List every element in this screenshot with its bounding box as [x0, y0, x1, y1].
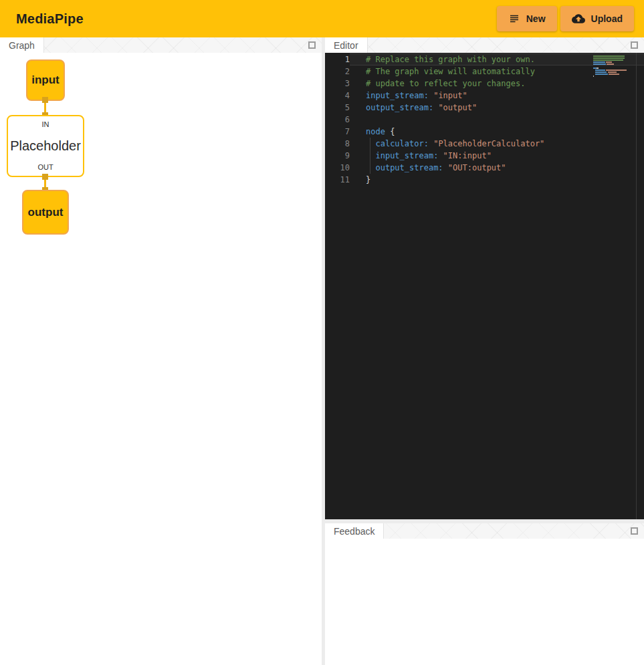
tab-editor-label: Editor — [334, 40, 358, 51]
code-line-text: output_stream: "OUT:output" — [350, 162, 644, 174]
line-number: 8 — [325, 138, 350, 150]
appbar-buttons: New Upload — [497, 6, 634, 31]
line-number: 5 — [325, 102, 350, 114]
code-line-text: calculator: "PlaceholderCalculator" — [350, 138, 644, 150]
graph-node-input-label: input — [31, 74, 60, 87]
graph-panel: Graph input IN Placeholder OUT — [0, 37, 322, 665]
code-line-8[interactable]: 8 calculator: "PlaceholderCalculator" — [325, 138, 644, 150]
code-line-text: node { — [350, 126, 644, 138]
tab-feedback-label: Feedback — [334, 526, 374, 537]
code-line-text: output_stream: "output" — [350, 102, 644, 114]
placeholder-in-port-label: IN — [42, 120, 49, 128]
graph-node-placeholder[interactable]: IN Placeholder OUT — [7, 115, 84, 177]
editor-panel: Editor 1# Replace this graph with your o… — [325, 37, 644, 519]
right-column: Editor 1# Replace this graph with your o… — [325, 37, 644, 665]
code-line-text: } — [350, 174, 644, 186]
graph-node-output-label: output — [28, 206, 64, 219]
code-line-6[interactable]: 6 — [325, 114, 644, 126]
tab-graph-label: Graph — [9, 40, 35, 51]
editor-panel-header: Editor — [325, 37, 644, 53]
app-header: MediaPipe New Upload — [0, 0, 644, 37]
app-title: MediaPipe — [16, 11, 84, 27]
code-line-7[interactable]: 7node { — [325, 126, 644, 138]
placeholder-out-port-label: OUT — [37, 163, 53, 171]
feedback-panel-header: Feedback — [325, 523, 644, 539]
port-placeholder-out[interactable] — [42, 174, 48, 180]
line-number: 4 — [325, 90, 350, 102]
code-line-11[interactable]: 11} — [325, 174, 644, 186]
line-number: 3 — [325, 78, 350, 90]
overview-ruler — [636, 53, 637, 519]
code-line-text: input_stream: "input" — [350, 90, 644, 102]
line-number: 1 — [325, 53, 350, 65]
code-line-3[interactable]: 3# update to reflect your changes. — [325, 78, 644, 90]
graph-panel-header: Graph — [0, 37, 322, 53]
code-line-text: input_stream: "IN:input" — [350, 150, 644, 162]
line-number: 2 — [325, 65, 350, 78]
new-button-label: New — [526, 13, 546, 24]
line-number: 7 — [325, 126, 350, 138]
maximize-icon[interactable] — [631, 527, 638, 535]
new-button[interactable]: New — [497, 6, 557, 31]
tab-editor[interactable]: Editor — [325, 37, 368, 53]
code-editor[interactable]: 1# Replace this graph with your own.2# T… — [325, 53, 644, 519]
code-line-text: # update to reflect your changes. — [350, 78, 644, 90]
main-layout: Graph input IN Placeholder OUT — [0, 37, 644, 665]
maximize-icon[interactable] — [631, 41, 638, 49]
code-line-9[interactable]: 9 input_stream: "IN:input" — [325, 150, 644, 162]
port-input-out[interactable] — [42, 97, 48, 103]
code-line-4[interactable]: 4input_stream: "input" — [325, 90, 644, 102]
code-line-5[interactable]: 5output_stream: "output" — [325, 102, 644, 114]
code-line-10[interactable]: 10 output_stream: "OUT:output" — [325, 162, 644, 174]
graph-canvas[interactable]: input IN Placeholder OUT output — [0, 53, 322, 665]
line-number: 9 — [325, 150, 350, 162]
graph-node-input[interactable]: input — [26, 59, 65, 101]
upload-button[interactable]: Upload — [560, 6, 634, 31]
editor-minimap[interactable] — [593, 55, 629, 78]
tab-feedback[interactable]: Feedback — [325, 523, 384, 539]
feedback-content — [325, 539, 644, 665]
line-number: 6 — [325, 114, 350, 126]
feedback-panel: Feedback — [325, 523, 644, 665]
line-number: 11 — [325, 174, 350, 186]
maximize-icon[interactable] — [308, 41, 316, 49]
placeholder-node-label: Placeholder — [10, 138, 81, 154]
code-line-text — [350, 114, 644, 126]
upload-button-label: Upload — [591, 13, 623, 24]
line-number: 10 — [325, 162, 350, 174]
cloud-upload-icon — [572, 12, 585, 25]
tab-graph[interactable]: Graph — [0, 37, 44, 53]
graph-node-output[interactable]: output — [22, 190, 69, 235]
subject-icon — [508, 13, 520, 25]
